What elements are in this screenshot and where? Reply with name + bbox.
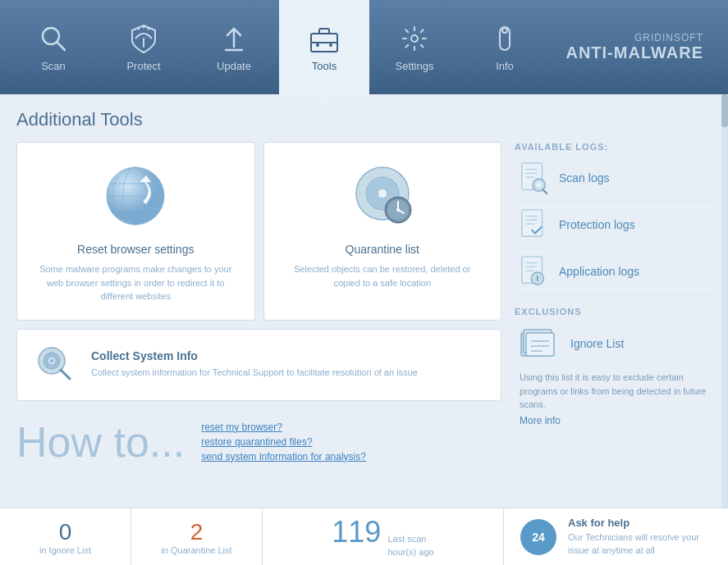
quarantine-title: Quarantine list [346,243,419,256]
nav-item-settings[interactable]: Settings [369,0,460,94]
quarantine-desc: Selected objects can be restored, delete… [281,262,485,289]
scan-count: 119 [332,515,381,549]
exclusions-section: EXCLUSIONS Ignore List Using this list i… [515,307,712,430]
footer-help: 24 Ask for help Our Technicians will res… [504,508,728,565]
howto-link-browser[interactable]: reset my browser? [201,421,366,433]
help-badge: 24 [520,519,556,555]
main-content: Additional Tools [0,94,728,508]
collect-info-card[interactable]: Collect System Info Collect system infor… [16,329,501,401]
howto-link-system-info[interactable]: send system information for analysis? [201,451,366,462]
logs-header: AVAILABLE LOGS: [515,142,712,152]
svg-point-32 [50,359,53,362]
scan-logs-label: Scan logs [559,171,609,185]
howto-section: How to... reset my browser? restore quar… [16,409,501,467]
nav-bar: Scan Protect Update [8,0,565,94]
protection-logs-item[interactable]: Protection logs [515,202,712,248]
svg-point-4 [143,26,145,29]
howto-label: How to... [16,417,185,467]
quarantine-label: in Quarantine List [161,545,231,555]
footer-scan: 119 Last scanhour(s) ago [263,508,504,565]
application-logs-label: Application logs [559,265,639,278]
application-logs-item[interactable]: Application logs [515,248,712,295]
footer-quarantine-stat: 2 in Quarantine List [131,508,263,565]
info-card-text: Collect System Info Collect system infor… [91,349,418,380]
nav-item-tools[interactable]: Tools [279,0,369,94]
reset-browser-card[interactable]: Reset browser settings Some malware prog… [16,142,255,321]
howto-link-quarantine[interactable]: restore quarantined files? [201,436,366,448]
footer-ignore-stat: 0 in Ignore List [0,508,131,565]
footer: 0 in Ignore List 2 in Quarantine List 11… [0,508,728,565]
howto-links: reset my browser? restore quarantined fi… [201,421,366,462]
right-column: AVAILABLE LOGS: Scan logs [515,142,712,499]
svg-point-11 [329,43,332,47]
svg-point-51 [537,280,538,281]
ignore-label: in Ignore List [39,545,91,555]
svg-point-23 [378,189,387,198]
info-card-title: Collect System Info [91,349,418,362]
svg-line-40 [543,189,547,194]
quarantine-card[interactable]: Quarantine list Selected objects can be … [263,142,502,321]
help-title: Ask for help [568,517,712,529]
logs-section: AVAILABLE LOGS: Scan logs [515,142,712,295]
svg-rect-14 [500,27,510,50]
svg-point-10 [316,43,319,47]
svg-line-33 [61,370,70,379]
cards-row: Reset browser settings Some malware prog… [16,142,501,321]
brand: GRIDINSOFT ANTI-MALWARE [565,32,720,62]
reset-browser-title: Reset browser settings [77,243,194,256]
ignore-count: 0 [59,519,72,545]
page-title: Additional Tools [16,109,712,130]
info-card-desc: Collect system information for Technical… [91,366,418,380]
nav-item-info[interactable]: Info [460,0,550,94]
nav-item-update[interactable]: Update [189,0,279,94]
left-column: Reset browser settings Some malware prog… [16,142,501,499]
svg-point-5 [148,28,150,30]
help-text: Ask for help Our Technicians will resolv… [568,517,712,557]
ignore-desc: Using this list it is easy to exclude ce… [515,367,712,412]
content-area: Reset browser settings Some malware prog… [16,142,712,499]
more-info-link[interactable]: More info [515,412,712,430]
svg-point-13 [502,28,507,33]
quarantine-count: 2 [190,519,204,545]
header: Scan Protect Update [0,0,728,94]
svg-rect-41 [522,210,543,236]
protection-logs-label: Protection logs [559,218,635,231]
scrollbar-thumb[interactable] [721,94,728,127]
svg-point-39 [536,182,543,189]
help-desc: Our Technicians will resolve your issue … [568,531,712,557]
scrollbar-track[interactable] [721,94,728,508]
ignore-list-item[interactable]: Ignore List [515,320,712,367]
exclusions-header: EXCLUSIONS [515,307,712,317]
nav-item-protect[interactable]: Protect [98,0,189,94]
svg-line-1 [57,42,65,50]
scan-label: Last scanhour(s) ago [387,533,433,558]
svg-point-28 [396,208,400,212]
svg-rect-54 [526,333,554,356]
nav-item-scan[interactable]: Scan [8,0,98,94]
reset-browser-desc: Some malware programs make changes to yo… [34,262,238,303]
ignore-list-label: Ignore List [570,337,624,350]
scan-logs-item[interactable]: Scan logs [515,155,712,202]
svg-point-3 [138,28,140,30]
svg-point-12 [411,35,418,42]
